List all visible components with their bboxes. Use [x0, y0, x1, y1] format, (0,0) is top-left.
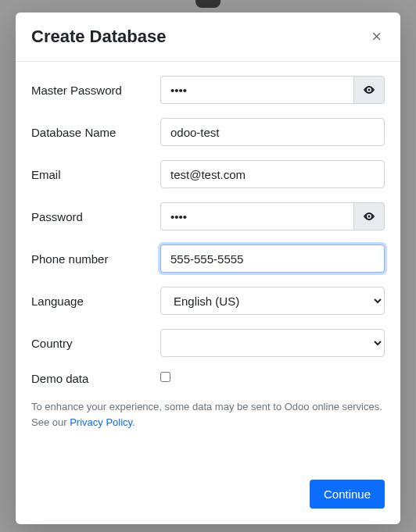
master-password-row: Master Password	[31, 76, 385, 104]
language-row: Language English (US)	[31, 287, 385, 315]
language-select[interactable]: English (US)	[160, 287, 385, 315]
demo-data-checkbox[interactable]	[160, 372, 170, 382]
eye-icon	[363, 84, 375, 96]
modal-body: Master Password Database Name Email Pass…	[16, 62, 400, 466]
country-select[interactable]	[160, 329, 385, 357]
browser-tab-indicator	[195, 0, 221, 8]
privacy-info-text: To enhance your experience, some data ma…	[31, 399, 385, 430]
demo-data-row: Demo data	[31, 371, 385, 385]
demo-data-label: Demo data	[31, 372, 160, 385]
country-row: Country	[31, 329, 385, 357]
country-label: Country	[31, 337, 160, 350]
toggle-password-visibility[interactable]	[353, 202, 385, 230]
phone-label: Phone number	[31, 252, 160, 266]
database-name-label: Database Name	[31, 126, 160, 139]
phone-row: Phone number	[31, 245, 385, 273]
modal-header: Create Database ×	[16, 12, 400, 62]
email-label: Email	[31, 168, 160, 181]
password-input[interactable]	[160, 202, 353, 230]
toggle-master-password-visibility[interactable]	[353, 76, 385, 104]
database-name-input[interactable]	[160, 118, 385, 146]
svg-point-0	[368, 89, 371, 91]
modal-footer: Continue	[16, 466, 400, 524]
phone-input[interactable]	[160, 245, 385, 273]
privacy-policy-link[interactable]: Privacy Policy	[70, 416, 132, 428]
email-row: Email	[31, 160, 385, 188]
close-button[interactable]: ×	[368, 28, 385, 45]
database-name-row: Database Name	[31, 118, 385, 146]
email-input[interactable]	[160, 160, 385, 188]
language-label: Language	[31, 295, 160, 308]
continue-button[interactable]: Continue	[310, 480, 385, 509]
master-password-label: Master Password	[31, 84, 160, 97]
create-database-modal: Create Database × Master Password Databa…	[16, 12, 400, 524]
modal-title: Create Database	[31, 27, 166, 47]
svg-point-1	[368, 216, 371, 218]
info-text-after: .	[132, 416, 135, 428]
eye-icon	[363, 210, 375, 223]
password-row: Password	[31, 202, 385, 230]
password-label: Password	[31, 210, 160, 223]
master-password-input[interactable]	[160, 76, 353, 104]
